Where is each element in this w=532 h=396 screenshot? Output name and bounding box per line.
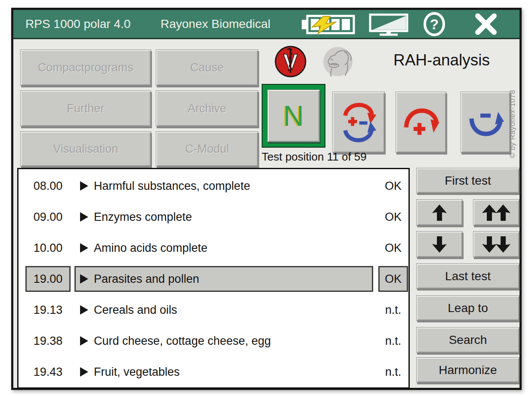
row-code: 09.00 [25,204,71,230]
test-list: 08.00 Harmful substances, complete OK 09… [17,168,410,389]
expand-arrow-icon [80,212,88,222]
row-main[interactable]: Harmful substances, complete [74,173,373,199]
nav-c-modul-button[interactable]: C-Modul [156,131,258,167]
row-label: Parasites and pollen [94,272,199,286]
rotate-minus-button[interactable] [461,92,510,153]
row-status: OK [378,204,408,230]
row-label: Amino acids complete [94,241,207,255]
test-list-row[interactable]: 19.38 Curd cheese, cottage cheese, egg n… [19,325,408,356]
page-title: RAH-analysis [375,51,508,69]
row-code: 19.13 [25,297,71,323]
nav-archive-button[interactable]: Archive [156,90,258,127]
row-main[interactable]: Enzymes complete [74,204,373,230]
last-test-button[interactable]: Last test [416,263,520,289]
page-down-button[interactable] [473,231,520,257]
row-status: OK [378,173,408,199]
expand-arrow-icon [80,181,88,191]
expand-arrow-icon [80,367,88,377]
test-list-row[interactable]: 19.43 Fruit, vegetables n.t. [19,356,408,387]
battery-charging-icon [301,14,356,35]
row-code: 19.00 [25,266,71,292]
cycle-plus-minus-icon [338,96,379,148]
first-test-button[interactable]: First test [416,168,520,193]
page-up-icon [482,204,511,222]
step-up-icon [432,204,447,222]
row-code: 19.43 [25,359,71,385]
row-status: n.t. [378,359,408,385]
veterinary-emblem-icon: V [274,45,307,78]
cycle-plus-minus-button[interactable] [332,92,385,153]
test-list-row[interactable]: 19.13 Cereals and oils n.t. [19,294,408,325]
rotate-minus-icon [466,96,505,148]
brand-name: Rayonex Biomedical [161,10,270,38]
display-brightness-icon[interactable] [368,13,409,36]
titlebar: RPS 1000 polar 4.0 Rayonex Biomedical ? [13,10,520,39]
nav-compactprograms-button[interactable]: Compactprograms [20,50,151,86]
test-position-label: Test position 11 of 59 [262,150,367,164]
expand-arrow-icon [80,274,88,284]
row-main[interactable]: Parasites and pollen [74,266,373,292]
row-label: Harmful substances, complete [94,179,250,193]
svg-text:?: ? [430,16,439,32]
row-status: n.t. [378,328,408,354]
harmonize-button[interactable]: Harmonize [416,357,520,383]
help-icon[interactable]: ? [422,12,446,36]
normal-mode-frame: N [262,84,325,148]
step-down-icon [432,235,447,254]
nav-further-button[interactable]: Further [20,90,151,127]
search-button[interactable]: Search [416,327,520,353]
test-list-row[interactable]: 10.00 Amino acids complete OK [19,232,408,263]
row-status: OK [378,266,408,292]
leap-to-button[interactable]: Leap to [416,295,520,321]
normal-mode-button[interactable]: N [267,90,320,142]
nav-visualisation-button[interactable]: Visualisation [20,131,151,167]
rotate-plus-icon [401,96,441,148]
dog-icon [322,46,353,77]
app-title: RPS 1000 polar 4.0 [25,10,130,38]
expand-arrow-icon [80,336,88,346]
expand-arrow-icon [80,243,88,253]
app-window: RPS 1000 polar 4.0 Rayonex Biomedical ? … [11,8,522,390]
row-code: 10.00 [25,235,71,261]
close-icon[interactable] [474,13,498,35]
test-list-row[interactable]: 19.00 Parasites and pollen OK [19,263,408,294]
step-up-button[interactable] [416,199,463,226]
row-label: Curd cheese, cottage cheese, egg [94,334,271,348]
expand-arrow-icon [80,305,88,315]
row-main[interactable]: Cereals and oils [74,297,373,323]
row-code: 08.00 [25,173,71,199]
page-down-icon [482,235,511,254]
test-list-row[interactable]: 09.00 Enzymes complete OK [19,201,408,232]
test-list-row[interactable]: 08.00 Harmful substances, complete OK [19,170,408,201]
page-up-button[interactable] [473,199,520,226]
step-down-button[interactable] [416,231,463,257]
row-code: 19.38 [25,328,71,354]
row-label: Enzymes complete [94,210,192,224]
row-status: OK [378,235,408,261]
row-status: n.t. [378,297,408,323]
row-main[interactable]: Fruit, vegetables [74,359,373,385]
row-label: Cereals and oils [94,303,177,317]
row-main[interactable]: Curd cheese, cottage cheese, egg [74,328,373,354]
rotate-plus-button[interactable] [396,92,446,153]
row-main[interactable]: Amino acids complete [74,235,373,261]
nav-cause-button[interactable]: Cause [156,50,258,86]
copyright-note: © by Rayonex-1078 [508,74,517,173]
row-label: Fruit, vegetables [94,365,180,379]
